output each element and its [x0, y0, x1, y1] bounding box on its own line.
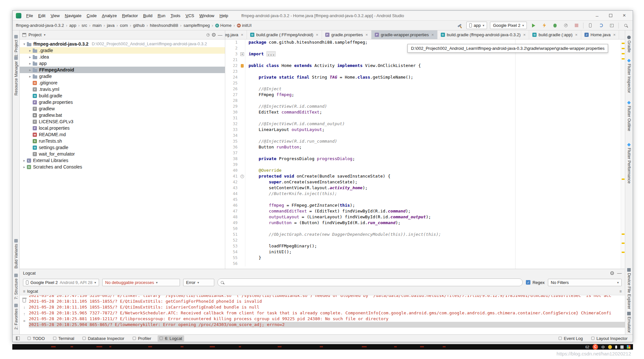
logcat-level-selector[interactable]: Error ▾ [183, 279, 214, 286]
breadcrumb-item-sampleffmpeg[interactable]: sampleffmpeg [183, 23, 210, 28]
tree-item-runtests-sh[interactable]: SrunTests.sh [20, 138, 225, 144]
debug-button[interactable] [551, 22, 559, 29]
tool-strip-resource-manager[interactable]: Resource Manager [13, 56, 19, 95]
logcat-search-input[interactable] [226, 280, 519, 285]
ime-icon[interactable]: 中 [601, 344, 605, 350]
tree-item-travis-yml[interactable]: Y.travis.yml [20, 86, 225, 92]
menu-build[interactable]: Build [141, 12, 155, 19]
statusbar-database-inspector[interactable]: Database Inspector [81, 335, 126, 342]
toolwindow-toggle-icon[interactable] [16, 336, 20, 340]
close-tab-icon[interactable]: × [613, 32, 616, 37]
fold-plus-icon[interactable]: + [240, 52, 244, 56]
tool-strip-7-structure[interactable]: 7: Structure [13, 274, 19, 299]
statusbar-event-log[interactable]: Event Log [557, 335, 585, 342]
logcat-line[interactable]: 2021-05-28 20:18:25.881 1169-1211/? E/li… [29, 316, 625, 322]
more-actions-icon[interactable]: » [23, 319, 26, 323]
locate-file-icon[interactable] [206, 33, 210, 37]
statusbar-profiler[interactable]: Profiler [131, 335, 153, 342]
tree-item-gradle[interactable]: ▸.gradle [20, 47, 225, 54]
override-marker-icon[interactable]: ↑ [240, 175, 244, 178]
stop-button[interactable] [572, 22, 580, 29]
run-config-selector[interactable]: app ▾ [466, 22, 487, 29]
tool-strip-flutter-performance[interactable]: Flutter Performance [625, 143, 633, 183]
breadcrumb-item-home[interactable]: cHome [215, 23, 232, 28]
profile-button[interactable] [562, 22, 570, 29]
tree-item-gradle-properties[interactable]: Pgradle.properties [20, 99, 225, 105]
menu-run[interactable]: Run [155, 12, 168, 19]
error-stripe-scrollbar[interactable] [621, 39, 625, 269]
editor-tab-gradle-wrapper-properties[interactable]: Pgradle-wrapper.properties× [372, 30, 438, 39]
close-button[interactable]: × [618, 11, 631, 20]
tree-item-license-gplv3[interactable]: TLICENSE.GPLv3 [20, 118, 225, 125]
tree-item-build-gradle[interactable]: Gbuild.gradle [20, 92, 225, 99]
tree-item-wait-for-emulator[interactable]: Twait_for_emulator [20, 151, 225, 157]
breadcrumb-item-github[interactable]: github [133, 23, 144, 28]
tree-item-ffmpeg-android-java-0-3-2[interactable]: ▾ffmpeg-android-java-0.3.2D:\002_Project… [20, 41, 225, 47]
close-tab-icon[interactable]: × [575, 32, 578, 37]
tree-item-ffmpegandroid[interactable]: ▸FFmpegAndroid [20, 67, 225, 73]
logcat-line[interactable]: 2021-05-28 20:18:25.904 865-865/? E/lowm… [29, 322, 625, 328]
tree-item-gradlew[interactable]: Tgradlew [20, 105, 225, 112]
tool-strip-build-variants[interactable]: Build Variants [13, 239, 19, 268]
editor-tab-gradle-properties[interactable]: Pgradle.properties× [322, 30, 372, 39]
tree-item-gradlew-bat[interactable]: Bgradlew.bat [20, 112, 225, 118]
tree-item-scratches-and-consoles[interactable]: ▸SScratches and Consoles [20, 164, 225, 170]
tool-strip-flutter-outline[interactable]: Flutter Outline [625, 101, 633, 131]
tool-strip-device-file-explorer[interactable]: Device File Explorer [625, 268, 633, 309]
tree-item-app[interactable]: ▸app [20, 60, 225, 67]
clear-logcat-icon[interactable] [23, 299, 26, 302]
close-tab-icon[interactable]: × [241, 32, 243, 37]
menu-code[interactable]: Code [84, 12, 99, 19]
tree-item-external-libraries[interactable]: ▸LExternal Libraries [20, 157, 225, 164]
avd-manager-button[interactable] [586, 22, 594, 29]
gear-icon[interactable] [212, 33, 216, 37]
close-tab-icon[interactable]: × [316, 32, 318, 37]
logcat-device-selector[interactable]: Google Pixel 2 Android 9, API 28 ▾ [23, 279, 99, 286]
menu-tools[interactable]: Tools [168, 12, 183, 19]
maximize-button[interactable] [604, 11, 617, 20]
device-selector[interactable]: Google Pixel 2 ▾ [490, 22, 527, 29]
editor-tab-build-gradle-ffmpegandroid[interactable]: Gbuild.gradle (:FFmpegAndroid)× [247, 30, 322, 39]
up-stack-trace-icon[interactable]: ↑ [23, 312, 25, 316]
tool-strip-2-favorites[interactable]: 2: Favorites [13, 304, 19, 330]
logcat-process-selector[interactable]: No debuggable processes ▾ [102, 279, 180, 286]
breadcrumb-item-hiteshsondhi88[interactable]: hiteshsondhi88 [150, 23, 178, 28]
statusbar-todo[interactable]: TODO [26, 335, 47, 342]
menu-edit[interactable]: Edit [36, 12, 48, 19]
editor-tab-build-gradle-ffmpeg-android-java-0-3-2[interactable]: Gbuild.gradle (ffmpeg-android-java-0.3.2… [438, 30, 529, 39]
menu-vcs[interactable]: VCS [183, 12, 196, 19]
menu-navigate[interactable]: Navigate [62, 12, 83, 19]
code-content[interactable]: 1package com.github.hiteshsondhi88.sampl… [225, 39, 625, 269]
menu-analyze[interactable]: Analyze [100, 12, 119, 19]
microphone-icon[interactable] [615, 345, 617, 349]
csdn-logo-icon[interactable]: C [593, 344, 598, 350]
statusbar-6-logcat[interactable]: 6: Logcat [158, 335, 184, 342]
hide-panel-icon[interactable]: — [617, 271, 622, 275]
chevron-down-icon[interactable]: ▾ [44, 33, 45, 37]
minimize-button[interactable]: – [591, 11, 604, 20]
logcat-output[interactable]: 2021-05-28 20:17:47.150 5210-603/? E/lin… [29, 295, 625, 334]
scroll-to-end-icon[interactable]: ↓ [23, 305, 25, 309]
breadcrumb-item-app[interactable]: app [69, 23, 76, 28]
tool-strip-emulator[interactable]: Emulator [625, 312, 633, 333]
project-tree[interactable]: ▾ffmpeg-android-java-0.3.2D:\002_Project… [20, 39, 225, 269]
regex-checkbox[interactable]: ✓ Regex [526, 280, 545, 285]
menu-help[interactable]: Help [217, 12, 230, 19]
logcat-line[interactable]: 2021-05-28 20:18:11.105 1855-1855/? E/Qt… [29, 304, 625, 310]
tool-strip-1-project[interactable]: 1: Project [13, 35, 19, 57]
logcat-line[interactable]: 2021-05-28 20:18:15.965 7327-7872/? E/Ne… [29, 310, 625, 316]
menu-window[interactable]: Window [197, 12, 217, 19]
run-button[interactable] [530, 22, 538, 29]
menu-file[interactable]: File [24, 12, 35, 19]
close-tab-icon[interactable]: × [523, 32, 526, 37]
tree-item-settings-gradle[interactable]: Gsettings.gradle [20, 144, 225, 151]
statusbar-layout-inspector[interactable]: Layout Inspector [589, 335, 629, 342]
breadcrumb-item-main[interactable]: main [93, 23, 102, 28]
breadcrumb-item-initui[interactable]: minitUI [237, 23, 252, 28]
tool-strip-flutter-inspector[interactable]: Flutter Inspector [625, 59, 633, 93]
windows-taskbar[interactable]: 62 C 中 [12, 344, 633, 350]
close-tab-icon[interactable]: × [365, 32, 368, 37]
menu-refactor[interactable]: Refactor [120, 12, 140, 19]
wrap-lines-icon[interactable]: ≡ [619, 289, 622, 293]
tray-app-icon[interactable] [620, 345, 624, 349]
